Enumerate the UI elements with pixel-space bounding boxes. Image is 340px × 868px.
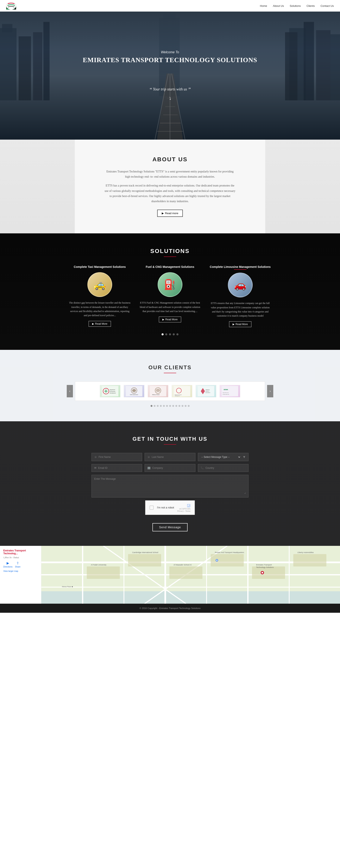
client-dot-2[interactable] [154,405,156,407]
transport-logo: Roads & Transport Headquarters [174,386,190,396]
solution-fuel-image: ⛽ [158,272,182,297]
client-dot-6[interactable] [166,405,168,407]
svg-rect-11 [331,34,340,100]
scroll-down-icon[interactable]: ⤵ [149,96,191,101]
clients-next-button[interactable]: › [267,385,273,397]
limo-read-more-label: Read More [236,323,248,326]
client-logo-transport: Roads & Transport Headquarters [172,385,192,397]
map-container[interactable]: Al Falah University Cambridge Internatio… [41,546,340,603]
svg-rect-3 [2,24,12,32]
solutions-title: SOLUTIONS [4,248,336,254]
nav-clients[interactable]: Clients [307,4,315,7]
svg-rect-50 [41,591,340,603]
message-type-select[interactable]: -- Select Message Type -- [200,455,241,459]
clients-slider: ‹ Department of Economic Development [67,381,273,401]
client-dot-9[interactable] [175,405,177,407]
solution-dot-2[interactable] [165,333,167,335]
clients-prev-button[interactable]: ‹ [67,385,73,397]
svg-text:Dubai Electricity: Dubai Electricity [223,392,229,393]
map-sidebar: Emirates Transport Technolog... 1,Plot 1… [0,546,41,603]
fuel-read-more-label: Read More [165,318,178,321]
solution-dot-4[interactable] [173,333,175,335]
directions-button[interactable]: ▶ Directions [3,561,12,568]
about-read-more-button[interactable]: ▶ Read more [157,210,183,217]
company-input[interactable] [152,467,192,469]
email-input[interactable] [98,467,140,469]
user-icon: ☺ [94,455,97,459]
client-dot-13[interactable] [188,405,190,407]
nav-solutions[interactable]: Solutions [289,4,301,7]
share-button[interactable]: ⇧ Share [15,561,21,568]
recaptcha-checkbox[interactable] [150,505,154,510]
svg-text:Al Maasakir School Al: Al Maasakir School Al [174,564,191,566]
hero-quote: Your trip starts with us [149,87,191,93]
recaptcha-brand: reCAPTCHA [178,507,191,510]
solution-dot-1[interactable] [161,333,163,335]
client-dot-7[interactable] [169,405,171,407]
client-logo-identity: EMIRATES IDENTITY AUTHORITY [196,385,216,397]
client-dot-3[interactable] [157,405,159,407]
svg-text:Technology Solutions: Technology Solutions [256,566,274,568]
solution-dot-3[interactable] [169,333,171,335]
svg-rect-66 [252,566,285,579]
map-section: Emirates Transport Technolog... 1,Plot 1… [0,546,340,603]
solution-taxi-image: 🚕 [87,272,112,297]
client-dot-5[interactable] [163,405,165,407]
nav-contact[interactable]: Contact Us [320,4,334,7]
solution-taxi-read-more[interactable]: ▶ Read More [89,321,111,327]
client-dot-4[interactable] [160,405,162,407]
solutions-section: SOLUTIONS Complete Taxi Management Solut… [0,234,340,350]
svg-rect-63 [128,554,161,566]
last-name-input[interactable] [152,456,193,459]
client-dot-12[interactable] [185,405,187,407]
first-name-input[interactable] [98,456,140,459]
logo[interactable] [6,2,16,9]
solution-card-limo: Complete Limousine Management Solutions … [209,265,271,327]
svg-text:UAE Government: UAE Government [130,394,138,395]
clients-logos-container: Department of Economic Development UAE G… [75,381,265,401]
nav-about[interactable]: About Us [273,4,284,7]
message-type-field: -- Select Message Type -- ▼ [198,453,248,461]
svg-text:Al Falah University: Al Falah University [91,564,106,566]
message-field-container [92,475,248,497]
company-field: 🏢 [145,464,195,472]
svg-text:Liberty Automobiles: Liberty Automobiles [298,551,314,554]
solution-dot-5[interactable] [177,333,179,335]
larger-map-link[interactable]: View larger map [3,570,38,572]
circle-arrow-icon-3: ▶ [233,323,235,326]
nav-home[interactable]: Home [260,4,267,7]
svg-text:& Water Authority: & Water Authority [223,394,229,395]
svg-text:Department: Department [110,389,115,390]
taxi-read-more-label: Read More [95,322,107,325]
plus-icon: ▶ [162,212,164,215]
client-dot-8[interactable] [172,405,174,407]
fuel-icon: ⛽ [164,279,176,290]
contact-row-1: ☺ ☺ -- Select Message Type -- ▼ [92,453,248,461]
recaptcha-box: I'm not a robot ◲ reCAPTCHA Privacy - Te… [145,500,195,515]
client-dot-10[interactable] [179,405,180,407]
solution-limo-read-more[interactable]: ▶ Read More [229,321,251,327]
client-dot-1[interactable] [151,405,152,407]
client-logo-dewa: DEWA Dubai Electricity & Water Authority [220,385,240,397]
solution-card-taxi-desc: The distinct gap between the leisure tra… [69,301,131,318]
svg-text:of Economic: of Economic [110,391,116,392]
clients-pagination-dots [4,405,336,407]
map-company-name: Emirates Transport Technolog... [3,549,38,555]
clients-section: OUR CLIENTS ‹ Department of Economic Dev… [0,350,340,421]
solutions-underline [164,256,176,257]
solution-fuel-read-more[interactable]: ▶ Read More [159,317,181,322]
svg-text:Cambridge International School: Cambridge International School [132,551,158,554]
logo-image [6,2,16,9]
client-logo-uae: UAE Government [124,385,144,397]
map-address: 1,Plot 1b - Dubai [3,556,38,559]
email-field: ✉ [92,464,142,472]
svg-text:Roads And Transport Headquarte: Roads And Transport Headquarters [215,551,244,554]
about-title: ABOUT US [104,156,236,163]
read-more-label: Read more [165,212,178,215]
message-textarea[interactable] [94,477,246,494]
client-dot-11[interactable] [182,405,183,407]
svg-point-76 [261,572,263,574]
hero-footer: Your trip starts with us ⤵ [149,80,191,101]
send-message-button[interactable]: Send Message [152,523,187,531]
country-input[interactable] [206,467,246,469]
